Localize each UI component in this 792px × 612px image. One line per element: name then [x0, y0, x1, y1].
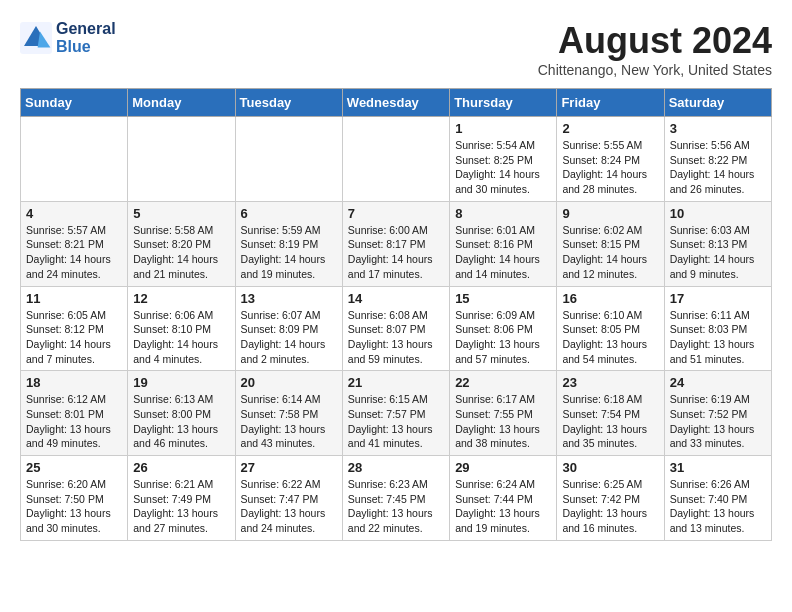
day-info: Sunrise: 6:12 AM Sunset: 8:01 PM Dayligh… [26, 392, 122, 451]
calendar-cell: 26Sunrise: 6:21 AM Sunset: 7:49 PM Dayli… [128, 456, 235, 541]
day-info: Sunrise: 6:19 AM Sunset: 7:52 PM Dayligh… [670, 392, 766, 451]
day-number: 22 [455, 375, 551, 390]
weekday-saturday: Saturday [664, 89, 771, 117]
calendar-cell: 7Sunrise: 6:00 AM Sunset: 8:17 PM Daylig… [342, 201, 449, 286]
day-info: Sunrise: 6:23 AM Sunset: 7:45 PM Dayligh… [348, 477, 444, 536]
title-block: August 2024 Chittenango, New York, Unite… [538, 20, 772, 78]
calendar-cell: 15Sunrise: 6:09 AM Sunset: 8:06 PM Dayli… [450, 286, 557, 371]
day-number: 24 [670, 375, 766, 390]
day-number: 29 [455, 460, 551, 475]
calendar-cell: 19Sunrise: 6:13 AM Sunset: 8:00 PM Dayli… [128, 371, 235, 456]
logo-icon [20, 22, 52, 54]
calendar-cell: 17Sunrise: 6:11 AM Sunset: 8:03 PM Dayli… [664, 286, 771, 371]
day-number: 6 [241, 206, 337, 221]
day-info: Sunrise: 6:06 AM Sunset: 8:10 PM Dayligh… [133, 308, 229, 367]
day-info: Sunrise: 6:05 AM Sunset: 8:12 PM Dayligh… [26, 308, 122, 367]
calendar-cell [128, 117, 235, 202]
calendar-cell: 23Sunrise: 6:18 AM Sunset: 7:54 PM Dayli… [557, 371, 664, 456]
calendar-cell: 27Sunrise: 6:22 AM Sunset: 7:47 PM Dayli… [235, 456, 342, 541]
day-info: Sunrise: 6:14 AM Sunset: 7:58 PM Dayligh… [241, 392, 337, 451]
calendar-cell: 29Sunrise: 6:24 AM Sunset: 7:44 PM Dayli… [450, 456, 557, 541]
day-number: 30 [562, 460, 658, 475]
day-info: Sunrise: 5:58 AM Sunset: 8:20 PM Dayligh… [133, 223, 229, 282]
day-number: 7 [348, 206, 444, 221]
day-number: 2 [562, 121, 658, 136]
day-info: Sunrise: 5:54 AM Sunset: 8:25 PM Dayligh… [455, 138, 551, 197]
calendar-cell: 2Sunrise: 5:55 AM Sunset: 8:24 PM Daylig… [557, 117, 664, 202]
day-info: Sunrise: 5:59 AM Sunset: 8:19 PM Dayligh… [241, 223, 337, 282]
calendar-cell: 5Sunrise: 5:58 AM Sunset: 8:20 PM Daylig… [128, 201, 235, 286]
weekday-friday: Friday [557, 89, 664, 117]
day-info: Sunrise: 6:01 AM Sunset: 8:16 PM Dayligh… [455, 223, 551, 282]
day-info: Sunrise: 6:13 AM Sunset: 8:00 PM Dayligh… [133, 392, 229, 451]
day-number: 3 [670, 121, 766, 136]
calendar-cell: 13Sunrise: 6:07 AM Sunset: 8:09 PM Dayli… [235, 286, 342, 371]
week-row-2: 4Sunrise: 5:57 AM Sunset: 8:21 PM Daylig… [21, 201, 772, 286]
day-info: Sunrise: 6:09 AM Sunset: 8:06 PM Dayligh… [455, 308, 551, 367]
day-number: 18 [26, 375, 122, 390]
weekday-row: SundayMondayTuesdayWednesdayThursdayFrid… [21, 89, 772, 117]
day-number: 5 [133, 206, 229, 221]
day-info: Sunrise: 6:17 AM Sunset: 7:55 PM Dayligh… [455, 392, 551, 451]
day-info: Sunrise: 6:18 AM Sunset: 7:54 PM Dayligh… [562, 392, 658, 451]
day-info: Sunrise: 6:07 AM Sunset: 8:09 PM Dayligh… [241, 308, 337, 367]
weekday-thursday: Thursday [450, 89, 557, 117]
page-header: General Blue August 2024 Chittenango, Ne… [20, 20, 772, 78]
calendar-cell: 6Sunrise: 5:59 AM Sunset: 8:19 PM Daylig… [235, 201, 342, 286]
day-info: Sunrise: 6:02 AM Sunset: 8:15 PM Dayligh… [562, 223, 658, 282]
calendar-cell: 1Sunrise: 5:54 AM Sunset: 8:25 PM Daylig… [450, 117, 557, 202]
calendar-cell: 24Sunrise: 6:19 AM Sunset: 7:52 PM Dayli… [664, 371, 771, 456]
calendar-cell: 11Sunrise: 6:05 AM Sunset: 8:12 PM Dayli… [21, 286, 128, 371]
calendar-header: SundayMondayTuesdayWednesdayThursdayFrid… [21, 89, 772, 117]
calendar: SundayMondayTuesdayWednesdayThursdayFrid… [20, 88, 772, 541]
day-info: Sunrise: 6:21 AM Sunset: 7:49 PM Dayligh… [133, 477, 229, 536]
week-row-1: 1Sunrise: 5:54 AM Sunset: 8:25 PM Daylig… [21, 117, 772, 202]
calendar-cell: 12Sunrise: 6:06 AM Sunset: 8:10 PM Dayli… [128, 286, 235, 371]
day-number: 31 [670, 460, 766, 475]
day-number: 13 [241, 291, 337, 306]
day-number: 25 [26, 460, 122, 475]
day-number: 10 [670, 206, 766, 221]
weekday-tuesday: Tuesday [235, 89, 342, 117]
day-info: Sunrise: 6:11 AM Sunset: 8:03 PM Dayligh… [670, 308, 766, 367]
calendar-cell: 30Sunrise: 6:25 AM Sunset: 7:42 PM Dayli… [557, 456, 664, 541]
day-info: Sunrise: 5:56 AM Sunset: 8:22 PM Dayligh… [670, 138, 766, 197]
day-info: Sunrise: 6:26 AM Sunset: 7:40 PM Dayligh… [670, 477, 766, 536]
weekday-monday: Monday [128, 89, 235, 117]
day-number: 27 [241, 460, 337, 475]
week-row-4: 18Sunrise: 6:12 AM Sunset: 8:01 PM Dayli… [21, 371, 772, 456]
calendar-body: 1Sunrise: 5:54 AM Sunset: 8:25 PM Daylig… [21, 117, 772, 541]
calendar-cell: 4Sunrise: 5:57 AM Sunset: 8:21 PM Daylig… [21, 201, 128, 286]
day-info: Sunrise: 6:20 AM Sunset: 7:50 PM Dayligh… [26, 477, 122, 536]
calendar-cell: 20Sunrise: 6:14 AM Sunset: 7:58 PM Dayli… [235, 371, 342, 456]
day-number: 26 [133, 460, 229, 475]
day-number: 15 [455, 291, 551, 306]
week-row-5: 25Sunrise: 6:20 AM Sunset: 7:50 PM Dayli… [21, 456, 772, 541]
calendar-cell: 14Sunrise: 6:08 AM Sunset: 8:07 PM Dayli… [342, 286, 449, 371]
calendar-cell [235, 117, 342, 202]
day-number: 11 [26, 291, 122, 306]
day-number: 28 [348, 460, 444, 475]
calendar-cell [21, 117, 128, 202]
day-info: Sunrise: 6:15 AM Sunset: 7:57 PM Dayligh… [348, 392, 444, 451]
day-number: 14 [348, 291, 444, 306]
calendar-cell: 22Sunrise: 6:17 AM Sunset: 7:55 PM Dayli… [450, 371, 557, 456]
day-number: 8 [455, 206, 551, 221]
day-info: Sunrise: 5:55 AM Sunset: 8:24 PM Dayligh… [562, 138, 658, 197]
day-info: Sunrise: 6:24 AM Sunset: 7:44 PM Dayligh… [455, 477, 551, 536]
weekday-wednesday: Wednesday [342, 89, 449, 117]
day-number: 1 [455, 121, 551, 136]
day-info: Sunrise: 5:57 AM Sunset: 8:21 PM Dayligh… [26, 223, 122, 282]
logo-line1: General [56, 20, 116, 38]
day-number: 9 [562, 206, 658, 221]
logo: General Blue [20, 20, 116, 56]
day-info: Sunrise: 6:00 AM Sunset: 8:17 PM Dayligh… [348, 223, 444, 282]
day-info: Sunrise: 6:22 AM Sunset: 7:47 PM Dayligh… [241, 477, 337, 536]
day-number: 17 [670, 291, 766, 306]
calendar-cell [342, 117, 449, 202]
location: Chittenango, New York, United States [538, 62, 772, 78]
day-info: Sunrise: 6:10 AM Sunset: 8:05 PM Dayligh… [562, 308, 658, 367]
day-number: 4 [26, 206, 122, 221]
logo-line2: Blue [56, 38, 116, 56]
calendar-cell: 8Sunrise: 6:01 AM Sunset: 8:16 PM Daylig… [450, 201, 557, 286]
